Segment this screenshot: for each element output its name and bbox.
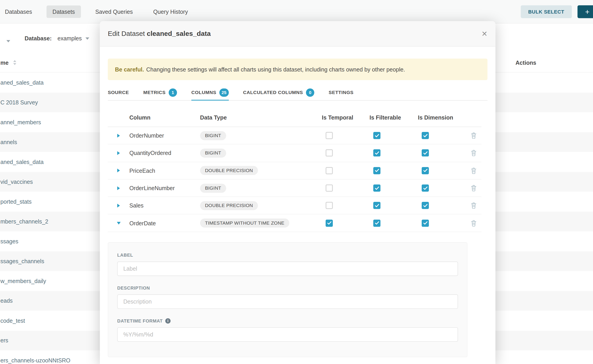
tab-settings[interactable]: SETTINGS bbox=[329, 86, 354, 101]
is-dimension-checkbox-cell bbox=[418, 184, 466, 192]
sort-icon[interactable] bbox=[13, 60, 16, 65]
tab-metrics[interactable]: METRICS1 bbox=[143, 86, 177, 101]
data-type-cell: DOUBLE PRECISION bbox=[200, 166, 322, 175]
is-filterable-checkbox[interactable] bbox=[373, 202, 381, 209]
description-field-label-text: DESCRIPTION bbox=[117, 285, 150, 291]
is-temporal-checkbox[interactable] bbox=[326, 132, 333, 139]
is-temporal-checkbox[interactable] bbox=[326, 220, 333, 227]
dataset-name-link[interactable]: code_test bbox=[0, 317, 25, 324]
is-dimension-checkbox[interactable] bbox=[422, 184, 429, 192]
modal-tabs: SOURCEMETRICS1COLUMNS25CALCULATED COLUMN… bbox=[108, 86, 488, 101]
is-dimension-checkbox[interactable] bbox=[422, 132, 429, 139]
is-filterable-checkbox[interactable] bbox=[373, 150, 381, 157]
delete-column-button[interactable] bbox=[466, 185, 481, 191]
modal-title-dataset-name: cleaned_sales_data bbox=[147, 30, 211, 38]
is-dimension-checkbox[interactable] bbox=[422, 202, 429, 209]
delete-column-button[interactable] bbox=[466, 132, 481, 139]
top-navbar: DatabasesDatasetsSaved QueriesQuery Hist… bbox=[0, 0, 593, 23]
is-filterable-checkbox-cell bbox=[369, 150, 418, 157]
caret-cell bbox=[108, 222, 130, 224]
label-input[interactable] bbox=[117, 261, 458, 276]
column-row: OrderLineNumberBIGINT bbox=[108, 180, 481, 197]
tab-label: SETTINGS bbox=[329, 90, 354, 95]
is-filterable-checkbox[interactable] bbox=[373, 167, 381, 174]
warning-banner: Be careful. Changing these settings will… bbox=[108, 59, 488, 80]
label-field: LABEL bbox=[117, 252, 458, 276]
is-dimension-checkbox-cell bbox=[418, 150, 466, 157]
actions-column-header: Actions bbox=[515, 59, 536, 66]
is-temporal-checkbox[interactable] bbox=[326, 167, 333, 174]
dataset-name-link[interactable]: mbers_channels_2 bbox=[0, 218, 48, 224]
dataset-name-link[interactable]: ers_channels-uzooNNtSRO bbox=[0, 357, 70, 363]
collapse-caret-icon[interactable] bbox=[117, 222, 120, 224]
close-icon[interactable]: ✕ bbox=[481, 30, 488, 37]
label-field-label: LABEL bbox=[117, 252, 458, 258]
delete-column-button[interactable] bbox=[466, 202, 481, 209]
caret-cell bbox=[108, 134, 130, 137]
database-filter-select[interactable]: examples bbox=[58, 35, 89, 41]
nav-actions: BULK SELECT + bbox=[521, 5, 593, 18]
data-type-pill: DOUBLE PRECISION bbox=[200, 166, 258, 175]
bulk-select-button[interactable]: BULK SELECT bbox=[521, 5, 572, 18]
is-dimension-checkbox[interactable] bbox=[422, 220, 429, 227]
expand-caret-icon[interactable] bbox=[117, 151, 120, 155]
description-input[interactable] bbox=[117, 294, 458, 309]
dataset-name-link[interactable]: ers bbox=[0, 337, 8, 344]
datetime-format-field: DATETIME FORMAT i bbox=[117, 318, 458, 342]
is-filterable-checkbox[interactable] bbox=[373, 220, 381, 227]
is-filterable-checkbox[interactable] bbox=[373, 132, 381, 139]
is-dimension-checkbox-cell bbox=[418, 167, 466, 174]
is-dimension-checkbox[interactable] bbox=[422, 167, 429, 174]
dataset-name-link[interactable]: ssages_channels bbox=[0, 258, 44, 264]
caret-cell bbox=[108, 204, 130, 208]
data-type-cell: BIGINT bbox=[200, 184, 322, 193]
datetime-format-input[interactable] bbox=[117, 327, 458, 342]
is-temporal-checkbox-cell bbox=[322, 202, 369, 209]
delete-column-button[interactable] bbox=[466, 150, 481, 156]
name-column-header[interactable]: me bbox=[0, 59, 9, 66]
expand-caret-icon[interactable] bbox=[117, 134, 120, 137]
dataset-name-link[interactable]: annels bbox=[0, 139, 17, 145]
data-type-cell: BIGINT bbox=[200, 149, 322, 158]
dataset-name-link[interactable]: eads bbox=[0, 298, 13, 304]
nav-item-datasets[interactable]: Datasets bbox=[46, 5, 81, 18]
dataset-name-link[interactable]: ported_stats bbox=[0, 198, 32, 205]
tab-count-badge: 0 bbox=[306, 88, 314, 97]
is-temporal-checkbox[interactable] bbox=[326, 150, 333, 157]
tab-calculated-columns[interactable]: CALCULATED COLUMNS0 bbox=[243, 86, 314, 101]
is-temporal-checkbox[interactable] bbox=[326, 184, 333, 192]
dataset-name-link[interactable]: aned_sales_data bbox=[0, 159, 44, 165]
column-header-data-type: Data Type bbox=[200, 114, 322, 120]
is-dimension-checkbox[interactable] bbox=[422, 150, 429, 157]
edit-dataset-modal: Edit Dataset cleaned_sales_data ✕ Be car… bbox=[100, 21, 495, 364]
dataset-name-link[interactable]: annel_members bbox=[0, 119, 41, 125]
expand-caret-icon[interactable] bbox=[117, 169, 120, 173]
is-temporal-checkbox[interactable] bbox=[326, 202, 333, 209]
nav-item-query-history[interactable]: Query History bbox=[147, 5, 194, 18]
tab-count-badge: 1 bbox=[169, 88, 177, 97]
is-filterable-checkbox-cell bbox=[369, 167, 418, 174]
dataset-name-link[interactable]: w_members_daily bbox=[0, 278, 46, 284]
expand-caret-icon[interactable] bbox=[117, 186, 120, 190]
expand-caret-icon[interactable] bbox=[117, 204, 120, 208]
delete-column-button[interactable] bbox=[466, 220, 481, 226]
tab-columns[interactable]: COLUMNS25 bbox=[191, 86, 229, 101]
add-dataset-button[interactable]: + bbox=[577, 5, 593, 18]
filters-collapse-caret-icon[interactable] bbox=[6, 37, 10, 44]
caret-cell bbox=[108, 169, 130, 173]
dataset-name-link[interactable]: vid_vaccines bbox=[0, 179, 33, 185]
delete-column-button[interactable] bbox=[466, 167, 481, 174]
nav-item-saved-queries[interactable]: Saved Queries bbox=[89, 5, 139, 18]
is-temporal-checkbox-cell bbox=[322, 150, 369, 157]
is-filterable-checkbox[interactable] bbox=[373, 184, 381, 192]
chevron-down-icon bbox=[86, 37, 89, 39]
tab-label: CALCULATED COLUMNS bbox=[243, 90, 303, 95]
dataset-name-link[interactable]: aned_sales_data bbox=[0, 79, 44, 86]
dataset-name-link[interactable]: ssages bbox=[0, 238, 18, 244]
tab-source[interactable]: SOURCE bbox=[108, 86, 129, 101]
dataset-name-link[interactable]: C 2018 Survey bbox=[0, 99, 38, 105]
data-type-pill: DOUBLE PRECISION bbox=[200, 201, 258, 210]
nav-item-databases[interactable]: Databases bbox=[0, 5, 38, 18]
column-header-column: Column bbox=[129, 114, 200, 120]
column-name: OrderNumber bbox=[129, 132, 200, 139]
